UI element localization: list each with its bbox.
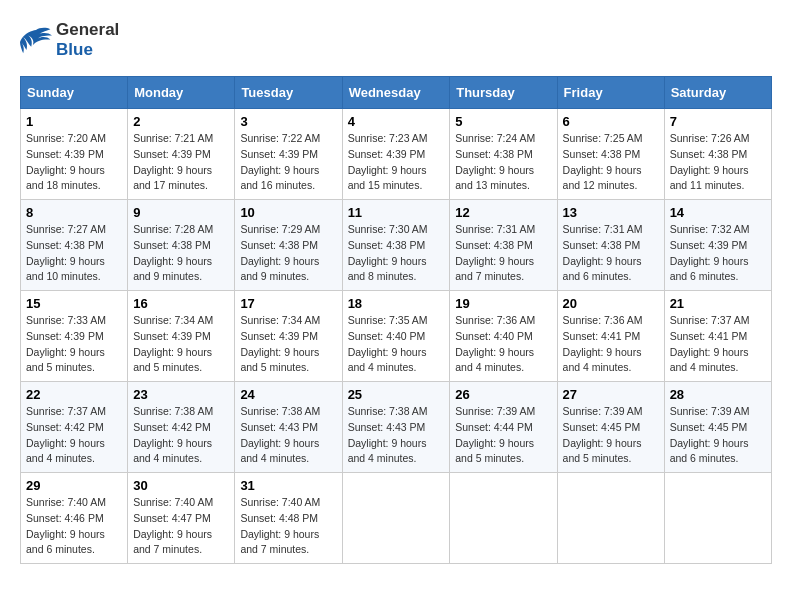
calendar-cell: 6Sunrise: 7:25 AMSunset: 4:38 PMDaylight… <box>557 109 664 200</box>
calendar-cell: 24Sunrise: 7:38 AMSunset: 4:43 PMDayligh… <box>235 382 342 473</box>
day-info: Sunrise: 7:37 AMSunset: 4:41 PMDaylight:… <box>670 313 766 376</box>
day-number: 1 <box>26 114 122 129</box>
day-number: 17 <box>240 296 336 311</box>
day-info: Sunrise: 7:28 AMSunset: 4:38 PMDaylight:… <box>133 222 229 285</box>
calendar-cell: 7Sunrise: 7:26 AMSunset: 4:38 PMDaylight… <box>664 109 771 200</box>
logo-bird-icon <box>20 26 52 54</box>
day-number: 29 <box>26 478 122 493</box>
day-number: 6 <box>563 114 659 129</box>
day-number: 13 <box>563 205 659 220</box>
logo: General Blue <box>20 20 119 60</box>
calendar-cell: 3Sunrise: 7:22 AMSunset: 4:39 PMDaylight… <box>235 109 342 200</box>
calendar-cell: 29Sunrise: 7:40 AMSunset: 4:46 PMDayligh… <box>21 473 128 564</box>
day-info: Sunrise: 7:40 AMSunset: 4:47 PMDaylight:… <box>133 495 229 558</box>
day-number: 27 <box>563 387 659 402</box>
calendar-week-row: 22Sunrise: 7:37 AMSunset: 4:42 PMDayligh… <box>21 382 772 473</box>
logo-text: General Blue <box>56 20 119 60</box>
day-number: 28 <box>670 387 766 402</box>
weekday-header-sunday: Sunday <box>21 77 128 109</box>
day-info: Sunrise: 7:30 AMSunset: 4:38 PMDaylight:… <box>348 222 445 285</box>
weekday-header-thursday: Thursday <box>450 77 557 109</box>
weekday-header-monday: Monday <box>128 77 235 109</box>
day-number: 7 <box>670 114 766 129</box>
weekday-header-tuesday: Tuesday <box>235 77 342 109</box>
day-number: 4 <box>348 114 445 129</box>
calendar-week-row: 29Sunrise: 7:40 AMSunset: 4:46 PMDayligh… <box>21 473 772 564</box>
calendar-cell: 4Sunrise: 7:23 AMSunset: 4:39 PMDaylight… <box>342 109 450 200</box>
day-number: 8 <box>26 205 122 220</box>
calendar-cell: 13Sunrise: 7:31 AMSunset: 4:38 PMDayligh… <box>557 200 664 291</box>
calendar-week-row: 15Sunrise: 7:33 AMSunset: 4:39 PMDayligh… <box>21 291 772 382</box>
day-info: Sunrise: 7:26 AMSunset: 4:38 PMDaylight:… <box>670 131 766 194</box>
day-info: Sunrise: 7:27 AMSunset: 4:38 PMDaylight:… <box>26 222 122 285</box>
day-info: Sunrise: 7:38 AMSunset: 4:43 PMDaylight:… <box>348 404 445 467</box>
day-info: Sunrise: 7:36 AMSunset: 4:40 PMDaylight:… <box>455 313 551 376</box>
calendar-cell: 16Sunrise: 7:34 AMSunset: 4:39 PMDayligh… <box>128 291 235 382</box>
day-info: Sunrise: 7:24 AMSunset: 4:38 PMDaylight:… <box>455 131 551 194</box>
calendar-cell: 14Sunrise: 7:32 AMSunset: 4:39 PMDayligh… <box>664 200 771 291</box>
day-info: Sunrise: 7:32 AMSunset: 4:39 PMDaylight:… <box>670 222 766 285</box>
calendar-cell <box>664 473 771 564</box>
weekday-header-row: SundayMondayTuesdayWednesdayThursdayFrid… <box>21 77 772 109</box>
day-number: 15 <box>26 296 122 311</box>
calendar-cell: 26Sunrise: 7:39 AMSunset: 4:44 PMDayligh… <box>450 382 557 473</box>
day-info: Sunrise: 7:21 AMSunset: 4:39 PMDaylight:… <box>133 131 229 194</box>
day-info: Sunrise: 7:39 AMSunset: 4:44 PMDaylight:… <box>455 404 551 467</box>
day-number: 18 <box>348 296 445 311</box>
weekday-header-wednesday: Wednesday <box>342 77 450 109</box>
weekday-header-friday: Friday <box>557 77 664 109</box>
day-number: 14 <box>670 205 766 220</box>
day-number: 23 <box>133 387 229 402</box>
calendar-cell: 21Sunrise: 7:37 AMSunset: 4:41 PMDayligh… <box>664 291 771 382</box>
day-number: 22 <box>26 387 122 402</box>
calendar-cell <box>450 473 557 564</box>
calendar-cell: 17Sunrise: 7:34 AMSunset: 4:39 PMDayligh… <box>235 291 342 382</box>
day-info: Sunrise: 7:37 AMSunset: 4:42 PMDaylight:… <box>26 404 122 467</box>
calendar-week-row: 1Sunrise: 7:20 AMSunset: 4:39 PMDaylight… <box>21 109 772 200</box>
day-info: Sunrise: 7:34 AMSunset: 4:39 PMDaylight:… <box>240 313 336 376</box>
calendar-cell: 5Sunrise: 7:24 AMSunset: 4:38 PMDaylight… <box>450 109 557 200</box>
day-info: Sunrise: 7:31 AMSunset: 4:38 PMDaylight:… <box>455 222 551 285</box>
calendar-cell: 23Sunrise: 7:38 AMSunset: 4:42 PMDayligh… <box>128 382 235 473</box>
calendar-cell: 28Sunrise: 7:39 AMSunset: 4:45 PMDayligh… <box>664 382 771 473</box>
calendar-cell: 9Sunrise: 7:28 AMSunset: 4:38 PMDaylight… <box>128 200 235 291</box>
day-number: 21 <box>670 296 766 311</box>
calendar-cell: 15Sunrise: 7:33 AMSunset: 4:39 PMDayligh… <box>21 291 128 382</box>
calendar-cell: 11Sunrise: 7:30 AMSunset: 4:38 PMDayligh… <box>342 200 450 291</box>
day-number: 25 <box>348 387 445 402</box>
day-number: 20 <box>563 296 659 311</box>
day-number: 30 <box>133 478 229 493</box>
calendar-cell: 22Sunrise: 7:37 AMSunset: 4:42 PMDayligh… <box>21 382 128 473</box>
calendar-cell: 18Sunrise: 7:35 AMSunset: 4:40 PMDayligh… <box>342 291 450 382</box>
calendar-cell: 30Sunrise: 7:40 AMSunset: 4:47 PMDayligh… <box>128 473 235 564</box>
calendar-cell: 27Sunrise: 7:39 AMSunset: 4:45 PMDayligh… <box>557 382 664 473</box>
day-info: Sunrise: 7:40 AMSunset: 4:48 PMDaylight:… <box>240 495 336 558</box>
day-number: 2 <box>133 114 229 129</box>
day-number: 5 <box>455 114 551 129</box>
day-number: 12 <box>455 205 551 220</box>
day-info: Sunrise: 7:34 AMSunset: 4:39 PMDaylight:… <box>133 313 229 376</box>
day-info: Sunrise: 7:25 AMSunset: 4:38 PMDaylight:… <box>563 131 659 194</box>
day-number: 31 <box>240 478 336 493</box>
day-number: 3 <box>240 114 336 129</box>
day-info: Sunrise: 7:36 AMSunset: 4:41 PMDaylight:… <box>563 313 659 376</box>
day-info: Sunrise: 7:39 AMSunset: 4:45 PMDaylight:… <box>563 404 659 467</box>
day-info: Sunrise: 7:29 AMSunset: 4:38 PMDaylight:… <box>240 222 336 285</box>
calendar-table: SundayMondayTuesdayWednesdayThursdayFrid… <box>20 76 772 564</box>
day-number: 10 <box>240 205 336 220</box>
day-number: 11 <box>348 205 445 220</box>
day-number: 24 <box>240 387 336 402</box>
calendar-cell: 31Sunrise: 7:40 AMSunset: 4:48 PMDayligh… <box>235 473 342 564</box>
day-number: 9 <box>133 205 229 220</box>
day-info: Sunrise: 7:23 AMSunset: 4:39 PMDaylight:… <box>348 131 445 194</box>
calendar-cell: 2Sunrise: 7:21 AMSunset: 4:39 PMDaylight… <box>128 109 235 200</box>
day-info: Sunrise: 7:40 AMSunset: 4:46 PMDaylight:… <box>26 495 122 558</box>
calendar-cell: 20Sunrise: 7:36 AMSunset: 4:41 PMDayligh… <box>557 291 664 382</box>
day-number: 16 <box>133 296 229 311</box>
day-info: Sunrise: 7:22 AMSunset: 4:39 PMDaylight:… <box>240 131 336 194</box>
calendar-cell <box>557 473 664 564</box>
calendar-cell: 25Sunrise: 7:38 AMSunset: 4:43 PMDayligh… <box>342 382 450 473</box>
day-info: Sunrise: 7:35 AMSunset: 4:40 PMDaylight:… <box>348 313 445 376</box>
calendar-cell: 1Sunrise: 7:20 AMSunset: 4:39 PMDaylight… <box>21 109 128 200</box>
calendar-cell: 19Sunrise: 7:36 AMSunset: 4:40 PMDayligh… <box>450 291 557 382</box>
